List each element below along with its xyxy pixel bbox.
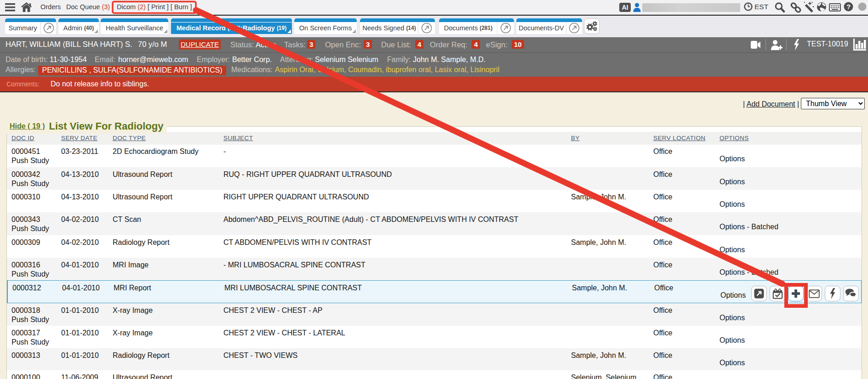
svg-text:?: ?: [846, 3, 851, 11]
